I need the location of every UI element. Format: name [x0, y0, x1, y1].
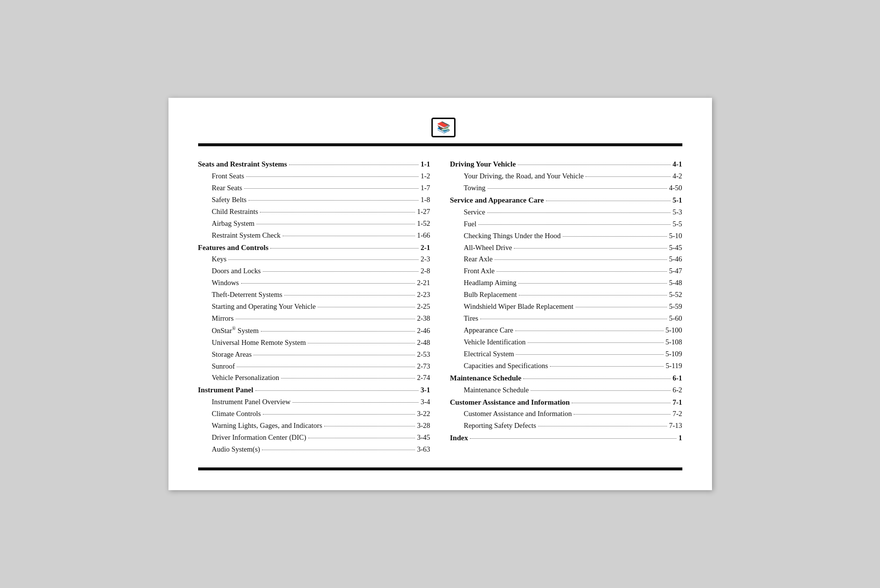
- toc-entry[interactable]: Fuel5-5: [450, 218, 682, 230]
- toc-entry[interactable]: Checking Things Under the Hood5-10: [450, 230, 682, 242]
- toc-entry[interactable]: Bulb Replacement5-52: [450, 289, 682, 301]
- toc-dots: [546, 201, 671, 201]
- toc-entry[interactable]: Rear Axle5-46: [450, 253, 682, 265]
- toc-entry[interactable]: Sunroof2-73: [198, 361, 430, 373]
- toc-entry[interactable]: Driving Your Vehicle4-1: [450, 158, 682, 170]
- toc-label: Climate Controls: [212, 408, 261, 420]
- toc-entry[interactable]: All-Wheel Drive5-45: [450, 242, 682, 254]
- toc-page: 2-48: [417, 337, 430, 349]
- toc-entry[interactable]: Appearance Care5-100: [450, 325, 682, 336]
- toc-page: 3-45: [417, 432, 430, 444]
- toc-page: 5-45: [669, 242, 682, 254]
- toc-page: 1-66: [417, 230, 430, 242]
- toc-dots: [246, 176, 419, 177]
- toc-entry[interactable]: Safety Belts1-8: [198, 194, 430, 206]
- toc-entry[interactable]: Tires5-60: [450, 313, 682, 325]
- toc-page: 3-28: [417, 420, 430, 432]
- toc-entry[interactable]: Seats and Restraint Systems1-1: [198, 158, 430, 170]
- toc-entry[interactable]: Storage Areas2-53: [198, 349, 430, 361]
- toc-entry[interactable]: Customer Assistance and Information7-1: [450, 396, 682, 409]
- toc-entry[interactable]: Vehicle Identification5-108: [450, 336, 682, 348]
- toc-label: Vehicle Personalization: [212, 372, 280, 384]
- left-column: Seats and Restraint Systems1-1Front Seat…: [198, 158, 430, 456]
- toc-entry[interactable]: Electrical System5-109: [450, 348, 682, 360]
- toc-entry[interactable]: Your Driving, the Road, and Your Vehicle…: [450, 170, 682, 182]
- toc-page: 1-27: [417, 206, 430, 218]
- toc-entry[interactable]: Instrument Panel3-1: [198, 384, 430, 396]
- toc-entry[interactable]: Features and Controls2-1: [198, 242, 430, 254]
- toc-entry[interactable]: Starting and Operating Your Vehicle2-25: [198, 301, 430, 313]
- toc-page: 1-8: [420, 194, 430, 206]
- toc-entry[interactable]: Driver Information Center (DIC)3-45: [198, 432, 430, 444]
- toc-dots: [528, 342, 664, 343]
- toc-entry[interactable]: Capacities and Specifications5-119: [450, 360, 682, 372]
- toc-entry[interactable]: Mirrors2-38: [198, 313, 430, 325]
- toc-entry[interactable]: Service and Appearance Care5-1: [450, 194, 682, 207]
- toc-page: 5-119: [666, 360, 682, 372]
- toc-entry[interactable]: OnStar® System2-46: [198, 325, 430, 337]
- toc-entry[interactable]: Maintenance Schedule6-1: [450, 372, 682, 384]
- toc-page: 6-2: [672, 384, 682, 396]
- toc-entry[interactable]: Keys2-3: [198, 253, 430, 265]
- toc-dots: [263, 414, 415, 415]
- toc-entry[interactable]: Index1: [450, 432, 682, 444]
- toc-label: Mirrors: [212, 313, 234, 325]
- toc-label: Reporting Safety Defects: [464, 420, 537, 432]
- toc-dots: [237, 367, 415, 367]
- toc-page: 5-60: [669, 313, 682, 325]
- toc-dots: [576, 307, 667, 307]
- toc-dots: [253, 355, 415, 355]
- toc-dots: [514, 248, 667, 249]
- toc-label: Towing: [464, 182, 486, 194]
- toc-label: Seats and Restraint Systems: [198, 158, 287, 170]
- toc-entry[interactable]: Headlamp Aiming5-48: [450, 277, 682, 289]
- toc-entry[interactable]: Child Restraints1-27: [198, 206, 430, 218]
- toc-label: Tires: [464, 313, 478, 325]
- toc-entry[interactable]: Front Axle5-47: [450, 265, 682, 277]
- toc-label: Vehicle Identification: [464, 336, 526, 348]
- toc-entry[interactable]: Warning Lights, Gages, and Indicators3-2…: [198, 420, 430, 432]
- toc-entry[interactable]: Theft-Deterrent Systems2-23: [198, 289, 430, 301]
- toc-entry[interactable]: Rear Seats1-7: [198, 182, 430, 194]
- toc-page: 5-100: [666, 325, 682, 336]
- toc-entry[interactable]: Climate Controls3-22: [198, 408, 430, 420]
- toc-dots: [324, 426, 415, 426]
- toc-page: 2-21: [417, 277, 430, 289]
- toc-page: 5-10: [669, 230, 682, 242]
- toc-entry[interactable]: Towing4-50: [450, 182, 682, 194]
- toc-label: Universal Home Remote System: [212, 337, 306, 349]
- book-icon: 📚: [431, 118, 456, 137]
- toc-entry[interactable]: Front Seats1-2: [198, 170, 430, 182]
- toc-page: 5-59: [669, 301, 682, 313]
- toc-label: Maintenance Schedule: [464, 384, 529, 396]
- toc-entry[interactable]: Restraint System Check1-66: [198, 230, 430, 242]
- toc-dots: [308, 438, 415, 438]
- toc-entry[interactable]: Windshield Wiper Blade Replacement5-59: [450, 301, 682, 313]
- toc-entry[interactable]: Instrument Panel Overview3-4: [198, 396, 430, 408]
- toc-dots: [260, 212, 415, 212]
- toc-entry[interactable]: Windows2-21: [198, 277, 430, 289]
- page-header: 📚: [198, 118, 682, 137]
- toc-entry[interactable]: Doors and Locks2-8: [198, 265, 430, 277]
- toc-entry[interactable]: Airbag System1-52: [198, 218, 430, 230]
- toc-label: Sunroof: [212, 361, 235, 373]
- toc-dots: [470, 438, 676, 439]
- toc-entry[interactable]: Maintenance Schedule6-2: [450, 384, 682, 396]
- toc-dots: [244, 188, 419, 189]
- toc-label: Front Axle: [464, 265, 495, 277]
- toc-page: 7-2: [672, 408, 682, 420]
- bottom-divider: [198, 467, 682, 470]
- toc-entry[interactable]: Audio System(s)3-63: [198, 444, 430, 456]
- toc-page: 2-25: [417, 301, 430, 313]
- toc-label: Fuel: [464, 218, 477, 230]
- toc-entry[interactable]: Reporting Safety Defects7-13: [450, 420, 682, 432]
- toc-entry[interactable]: Universal Home Remote System2-48: [198, 337, 430, 349]
- toc-entry[interactable]: Vehicle Personalization2-74: [198, 372, 430, 384]
- toc-page: 3-1: [420, 384, 430, 396]
- toc-entry[interactable]: Customer Assistance and Information7-2: [450, 408, 682, 420]
- toc-dots: [262, 450, 415, 450]
- toc-entry[interactable]: Service5-3: [450, 207, 682, 218]
- toc-label: Airbag System: [212, 218, 255, 230]
- toc-label: Rear Seats: [212, 182, 243, 194]
- toc-label: All-Wheel Drive: [464, 242, 512, 254]
